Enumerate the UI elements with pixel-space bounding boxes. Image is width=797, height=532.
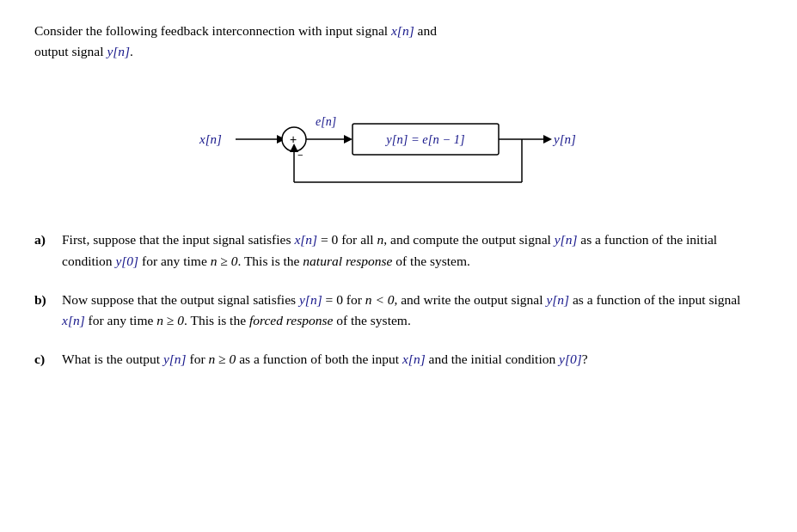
nge0-a: n ≥ 0	[211, 254, 238, 268]
yn-c: y[n]	[163, 352, 187, 366]
label-a: a)	[34, 229, 58, 251]
problem-a: a) First, suppose that the input signal …	[34, 229, 763, 272]
label-c: c)	[34, 349, 58, 370]
xn-b: x[n]	[62, 313, 85, 327]
y0-c: y[0]	[559, 352, 582, 366]
svg-text:+: +	[290, 132, 297, 146]
nlt0-b: n < 0	[365, 292, 395, 307]
problem-c: c) What is the output y[n] for n ≥ 0 as …	[34, 349, 763, 370]
intro-paragraph: Consider the following feedback intercon…	[34, 21, 763, 62]
xn-label: x[n]	[199, 132, 222, 146]
xn-c: x[n]	[402, 352, 426, 366]
block-diagram: x[n] + e[n] y[n] = e[n − 1] y[n] −	[34, 81, 763, 205]
yn-a: y[n]	[555, 232, 578, 247]
svg-marker-4	[344, 135, 353, 144]
system-label: y[n] = e[n − 1]	[384, 132, 464, 146]
problem-b: b) Now suppose that the output signal sa…	[34, 290, 763, 333]
y0-a: y[0]	[115, 254, 138, 268]
input-signal-inline: x[n]	[391, 23, 414, 38]
problems-section: a) First, suppose that the input signal …	[34, 229, 763, 370]
n-a: n	[377, 232, 384, 247]
yn-b2: y[n]	[546, 292, 569, 307]
content-c: What is the output y[n] for n ≥ 0 as a f…	[62, 349, 763, 370]
svg-marker-6	[543, 135, 552, 144]
svg-text:−: −	[297, 150, 303, 160]
xn-a: x[n]	[294, 232, 317, 247]
label-b: b)	[34, 290, 58, 311]
nge0-b: n ≥ 0	[156, 313, 184, 327]
en-label: e[n]	[316, 115, 336, 128]
yn-b: y[n]	[299, 292, 322, 307]
forced-response-term: forced response	[249, 313, 333, 327]
content-a: First, suppose that the input signal sat…	[62, 229, 763, 272]
yn-output-label: y[n]	[552, 132, 576, 146]
content-b: Now suppose that the output signal satis…	[62, 290, 763, 333]
natural-response-term: natural response	[303, 254, 392, 268]
output-signal-inline: y[n]	[107, 44, 130, 58]
nge0-c: n ≥ 0	[208, 352, 236, 366]
